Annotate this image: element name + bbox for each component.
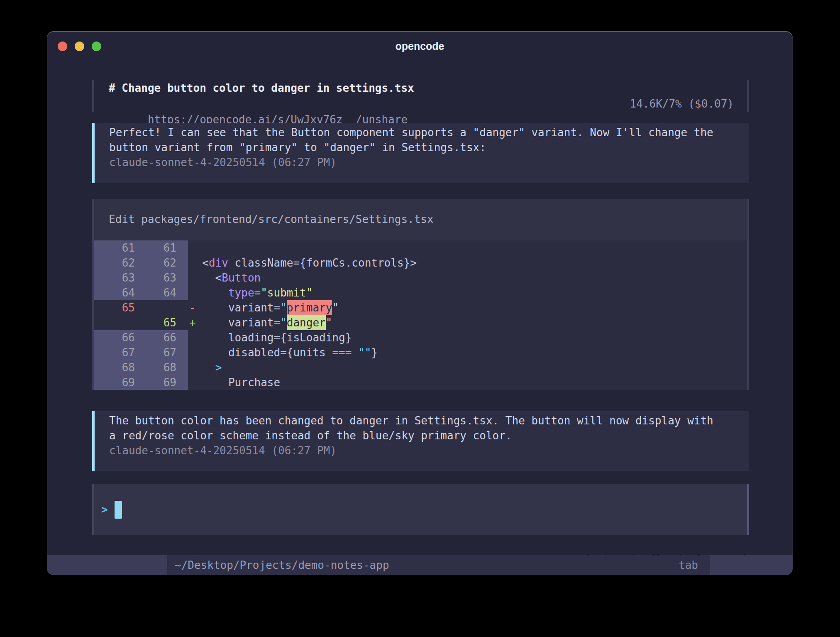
new-line-number: 64 <box>141 285 188 300</box>
diff-code-line: <div className={formCs.controls}> <box>188 255 747 270</box>
diff-row: 6767 disabled={units === ""} <box>94 345 747 360</box>
message-text-line: Perfect! I can see that the Button compo… <box>109 125 749 140</box>
diff-body: 61616262 <div className={formCs.controls… <box>94 240 747 390</box>
assistant-message: Perfect! I can see that the Button compo… <box>92 123 749 183</box>
old-line-number: 67 <box>94 345 141 360</box>
window-title: opencode <box>47 31 793 61</box>
old-line-number: 61 <box>94 240 141 255</box>
diff-code-line: <Button <box>188 270 747 285</box>
opencode-window: opencode # Change button color to danger… <box>47 31 793 575</box>
new-line-number: 67 <box>141 345 188 360</box>
diff-code-line: loading={isLoading} <box>188 330 747 345</box>
assistant-message: The button color has been changed to dan… <box>92 411 749 471</box>
old-line-number: 63 <box>94 270 141 285</box>
edit-tool-diff-card: Edit packages/frontend/src/containers/Se… <box>92 199 749 390</box>
diff-code-line: type="submit" <box>188 285 747 300</box>
new-line-number: 69 <box>141 375 188 390</box>
token-cost-stats: 14.6K/7% ($0.07) <box>630 96 734 112</box>
old-line-number: 65 <box>94 300 141 315</box>
mode-chip[interactable]: BUILDMODE <box>710 555 793 575</box>
old-line-number <box>94 315 141 330</box>
diff-row: 65- variant="primary" <box>94 300 747 315</box>
titlebar: opencode <box>47 31 793 61</box>
old-line-number: 69 <box>94 375 141 390</box>
status-bar: opencodev0.3.11 ~/Desktop/Projects/demo-… <box>47 555 793 575</box>
diff-code-line: disabled={units === ""} <box>188 345 747 360</box>
new-line-number <box>141 300 188 315</box>
message-text-line: The button color has been changed to dan… <box>109 413 749 428</box>
diff-code-line: - variant="primary" <box>188 300 747 315</box>
diff-code-line: Purchase <box>188 375 747 390</box>
working-directory: ~/Desktop/Projects/demo-notes-app <box>175 555 679 575</box>
message-model-timestamp: claude-sonnet-4-20250514 (06:27 PM) <box>109 155 749 170</box>
prompt-input[interactable]: > <box>92 484 749 535</box>
input-left-border <box>92 484 94 535</box>
app-version-chip: opencodev0.3.11 <box>47 555 167 575</box>
new-line-number: 62 <box>141 255 188 270</box>
new-line-number: 66 <box>141 330 188 345</box>
text-cursor <box>115 501 122 519</box>
diff-row: 6868 > <box>94 360 747 375</box>
diff-file-title: Edit packages/frontend/src/containers/Se… <box>94 199 747 240</box>
diff-row: 6464 type="submit" <box>94 285 747 300</box>
new-line-number: 61 <box>141 240 188 255</box>
tab-key-hint[interactable]: tab <box>679 555 698 575</box>
prompt-caret: > <box>101 502 108 517</box>
message-text-line: a red/rose color scheme instead of the b… <box>109 428 749 443</box>
session-title: # Change button color to danger in setti… <box>92 80 749 96</box>
old-line-number: 64 <box>94 285 141 300</box>
diff-row: 6969 Purchase <box>94 375 747 390</box>
footer-hints: entersend AnthropicClaude Sonnet 4 <box>92 537 749 552</box>
diff-code-line <box>188 240 747 255</box>
input-right-border <box>747 484 749 535</box>
old-line-number: 68 <box>94 360 141 375</box>
old-line-number: 66 <box>94 330 141 345</box>
diff-row: 65+ variant="danger" <box>94 315 747 330</box>
diff-row: 6262 <div className={formCs.controls}> <box>94 255 747 270</box>
diff-code-line: + variant="danger" <box>188 315 747 330</box>
session-header: # Change button color to danger in setti… <box>92 80 749 112</box>
message-model-timestamp: claude-sonnet-4-20250514 (06:27 PM) <box>109 443 749 458</box>
diff-code-line: > <box>188 360 747 375</box>
new-line-number: 63 <box>141 270 188 285</box>
new-line-number: 68 <box>141 360 188 375</box>
diff-row: 6666 loading={isLoading} <box>94 330 747 345</box>
diff-card-right-border <box>747 199 749 390</box>
diff-row: 6161 <box>94 240 747 255</box>
diff-row: 6363 <Button <box>94 270 747 285</box>
message-text-line: button variant from "primary" to "danger… <box>109 140 749 155</box>
new-line-number: 65 <box>141 315 188 330</box>
old-line-number: 62 <box>94 255 141 270</box>
